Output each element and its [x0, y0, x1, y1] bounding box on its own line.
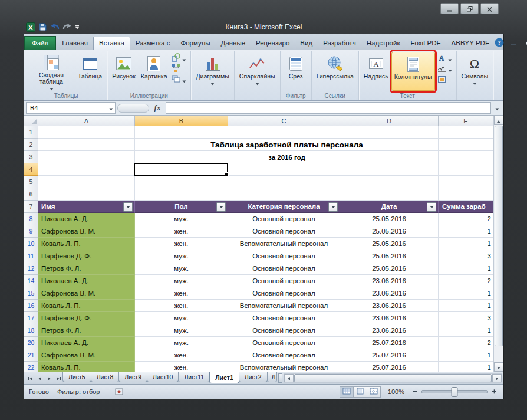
fill-handle[interactable]	[225, 172, 229, 176]
column-header-E[interactable]: E	[439, 116, 493, 126]
cell-E5[interactable]	[439, 176, 493, 188]
cell-C14[interactable]: Основной персонал	[228, 275, 340, 287]
cell-D20[interactable]: 25.07.2016	[340, 337, 439, 349]
cell-B5[interactable]	[135, 176, 228, 188]
cell-E4[interactable]	[439, 163, 493, 176]
cell-B10[interactable]: жен.	[135, 238, 228, 250]
workbook-restore-button[interactable]	[523, 38, 527, 47]
cell-B17[interactable]: муж.	[135, 312, 228, 324]
cell-D9[interactable]: 25.05.2016	[340, 225, 439, 238]
ribbon-button-charts[interactable]: Диаграммы	[193, 52, 231, 91]
row-header-16[interactable]: 16	[24, 300, 38, 312]
cell-A21[interactable]: Сафронова В. М.	[38, 349, 135, 362]
previous-sheet-button[interactable]	[35, 374, 44, 383]
cell-C5[interactable]	[228, 176, 340, 188]
cell-C18[interactable]: Основной персонал	[228, 324, 340, 337]
cell-E17[interactable]: 3	[439, 312, 493, 324]
macro-record-icon[interactable]	[115, 388, 123, 395]
customize-quick-access-button[interactable]	[75, 25, 80, 29]
cell-E6[interactable]	[439, 188, 493, 201]
row-header-14[interactable]: 14	[24, 275, 38, 287]
filter-button-C[interactable]	[328, 202, 338, 212]
cell-E1[interactable]	[439, 126, 493, 139]
sheet-tab-sheet1[interactable]: Лист1	[209, 372, 239, 383]
row-header-22[interactable]: 22	[24, 362, 38, 372]
cell-A9[interactable]: Сафронова В. М.	[38, 225, 135, 238]
tab-data[interactable]: Данные	[216, 37, 251, 50]
row-header-8[interactable]: 8	[24, 213, 38, 225]
cell-A5[interactable]	[38, 176, 135, 188]
zoom-in-button[interactable]	[490, 388, 499, 396]
cell-E2[interactable]	[439, 139, 493, 151]
row-header-21[interactable]: 21	[24, 349, 38, 362]
cell-D10[interactable]: 25.05.2016	[340, 238, 439, 250]
insert-function-button[interactable]: fx	[151, 103, 164, 113]
vertical-scroll-thumb[interactable]	[495, 126, 503, 346]
cell-A10[interactable]: Коваль Л. П.	[38, 238, 135, 250]
sheet-tab-sheet10[interactable]: Лист10	[147, 372, 179, 382]
cell-D5[interactable]	[340, 176, 439, 188]
scroll-up-button[interactable]	[494, 116, 503, 125]
tab-review[interactable]: Рецензиро	[251, 37, 295, 50]
zoom-level[interactable]: 100%	[388, 388, 404, 395]
vertical-scrollbar[interactable]	[493, 116, 503, 372]
window-minimize-button[interactable]	[440, 3, 459, 14]
help-icon[interactable]: ?	[495, 38, 504, 47]
row-header-12[interactable]: 12	[24, 262, 38, 275]
ribbon-button-sparklines[interactable]: Спарклайны	[237, 52, 278, 91]
ribbon-button-picture[interactable]: Рисунок	[110, 52, 138, 91]
scroll-left-button[interactable]	[284, 374, 294, 382]
cell-C4[interactable]	[228, 163, 340, 176]
cell-C11[interactable]: Основной персонал	[228, 250, 340, 262]
cell-D16[interactable]: 23.06.2016	[340, 300, 439, 312]
cell-D15[interactable]: 23.06.2016	[340, 287, 439, 300]
cell-B14[interactable]: муж.	[135, 275, 228, 287]
ribbon-button-symbols[interactable]: ΩСимволы	[459, 52, 490, 91]
cell-D18[interactable]: 23.06.2016	[340, 324, 439, 337]
cell-E9[interactable]: 1	[439, 225, 493, 238]
cell-D6[interactable]	[340, 188, 439, 201]
row-header-20[interactable]: 20	[24, 337, 38, 349]
cell-E11[interactable]: 3	[439, 250, 493, 262]
tab-split-handle[interactable]	[278, 373, 282, 383]
sheet-tab-sheet9[interactable]: Лист9	[118, 372, 147, 382]
row-header-15[interactable]: 15	[24, 287, 38, 300]
ribbon-button-header-footer[interactable]: Колонтитулы	[391, 52, 435, 91]
cell-D14[interactable]: 23.06.2016	[340, 275, 439, 287]
ribbon-small-button-screenshot[interactable]	[170, 76, 188, 84]
cell-D7[interactable]: Дата	[340, 201, 439, 213]
cell-D4[interactable]	[340, 163, 439, 176]
cell-D8[interactable]: 25.05.2016	[340, 213, 439, 225]
ribbon-small-button-object[interactable]	[436, 76, 454, 84]
column-header-A[interactable]: A	[38, 116, 135, 126]
cell-D21[interactable]: 25.07.2016	[340, 349, 439, 362]
sheet-tab-sheet5[interactable]: Лист5	[62, 372, 91, 382]
row-header-4[interactable]: 4	[24, 163, 38, 176]
column-header-B[interactable]: B	[135, 116, 228, 126]
name-box-dropdown[interactable]	[107, 103, 115, 113]
cell-C1[interactable]	[228, 126, 340, 139]
cell-A22[interactable]: Коваль Л. П.	[38, 362, 135, 372]
cell-B6[interactable]	[135, 188, 228, 201]
row-header-17[interactable]: 17	[24, 312, 38, 324]
cell-A12[interactable]: Петров Ф. Л.	[38, 262, 135, 275]
cell-B18[interactable]: муж.	[135, 324, 228, 337]
cell-C15[interactable]: Основной персонал	[228, 287, 340, 300]
cell-A4[interactable]	[38, 163, 135, 176]
cell-A3[interactable]	[38, 151, 135, 163]
cell-B21[interactable]: жен.	[135, 349, 228, 362]
row-header-3[interactable]: 3	[24, 151, 38, 163]
row-header-7[interactable]: 7	[24, 201, 38, 213]
cell-B16[interactable]: жен.	[135, 300, 228, 312]
cell-C16[interactable]: Вспомогательный персонал	[228, 300, 340, 312]
cell-E7[interactable]: Сумма зараб	[439, 201, 493, 213]
redo-button[interactable]	[62, 23, 72, 31]
ribbon-small-button-smartart[interactable]	[170, 65, 188, 74]
cell-A20[interactable]: Николаев А. Д.	[38, 337, 135, 349]
page-break-view-button[interactable]	[367, 386, 381, 398]
undo-button[interactable]	[50, 23, 60, 31]
cell-C7[interactable]: Категория персонала	[228, 201, 340, 213]
cell-E10[interactable]: 1	[439, 238, 493, 250]
cell-D22[interactable]: 25.07.2016	[340, 362, 439, 372]
cell-D1[interactable]	[340, 126, 439, 139]
